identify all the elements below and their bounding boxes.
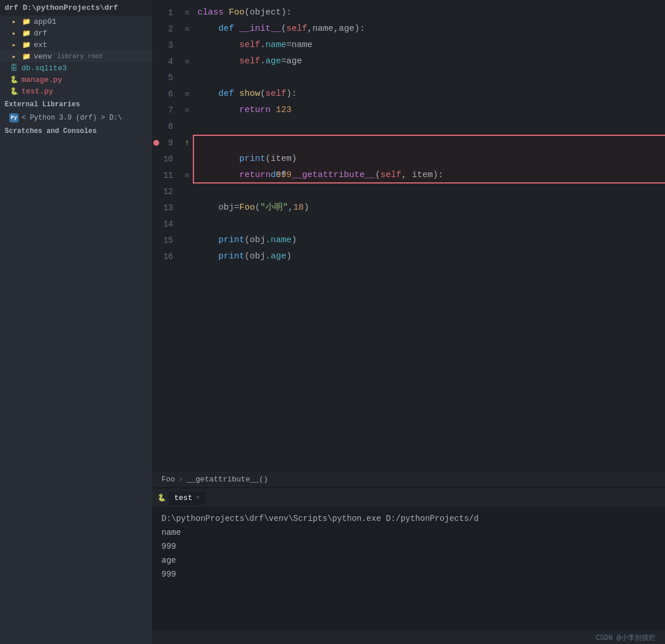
line-9: 9 — [152, 135, 177, 151]
line-10: 10 — [152, 151, 177, 167]
line-1: 1 — [152, 5, 177, 21]
manage-icon: 🐍 — [9, 75, 19, 84]
sidebar-item-db[interactable]: 🗄 db.sqlite3 — [0, 62, 152, 74]
folder-icon-ext-arrow: ▸ — [9, 40, 19, 49]
code-line-5 — [197, 70, 665, 86]
terminal-output-3: 999 — [161, 567, 656, 581]
sidebar-item-test[interactable]: 🐍 test.py — [0, 85, 152, 97]
sidebar-item-venv[interactable]: ▸ 📁 venv library root — [0, 51, 152, 62]
gutter-16 — [181, 249, 193, 265]
code-line-10: print(item) — [197, 151, 665, 167]
code-line-11: return 999 — [197, 167, 665, 184]
line-2: 2 — [152, 21, 177, 37]
sidebar-item-python[interactable]: Py < Python 3.9 (drf) > D:\ — [0, 112, 152, 124]
line-16: 16 — [152, 249, 177, 265]
code-line-15: print(obj.name) — [197, 232, 665, 249]
code-line-13: obj=Foo("小明",18) — [197, 200, 665, 216]
code-container[interactable]: 1 2 3 4 5 6 7 8 9 10 11 12 13 14 15 16 — [152, 0, 665, 471]
sidebar-label-manage: manage.py — [21, 75, 62, 84]
sidebar-label-venv: venv — [34, 52, 52, 61]
gutter-2: ⊟ — [181, 21, 193, 37]
breakpoint-dot — [153, 140, 159, 146]
folder-icon-app01: 📁 — [21, 17, 31, 26]
line-numbers: 1 2 3 4 5 6 7 8 9 10 11 12 13 14 15 16 — [152, 0, 181, 471]
code-line-7: return 123 — [197, 102, 665, 118]
gutter-8 — [181, 118, 193, 135]
code-line-2: def __init__(self,name,age): — [197, 21, 665, 37]
external-libraries-label: External Libraries — [0, 97, 152, 112]
gutter-3 — [181, 37, 193, 53]
line-14: 14 — [152, 216, 177, 232]
folder-icon-ext: 📁 — [21, 40, 31, 49]
sidebar-item-app01[interactable]: ▸ 📁 app01 — [0, 16, 152, 27]
line-5: 5 — [152, 70, 177, 86]
db-icon: 🗄 — [9, 63, 19, 73]
breadcrumb-bar: Foo › __getattribute__() — [152, 471, 665, 487]
terminal-content: D:\pythonProjects\drf\venv\Scripts\pytho… — [152, 507, 665, 631]
terminal-footer: CSDN @小李别摸烂 — [152, 631, 665, 644]
code-lines[interactable]: class Foo(object): def __init__(self,nam… — [193, 0, 665, 471]
folder-icon: ▸ — [9, 17, 19, 26]
csdn-badge: CSDN @小李别摸烂 — [596, 633, 656, 643]
gutter-9: ↑ — [181, 135, 193, 151]
code-line-16: print(obj.age) — [197, 249, 665, 265]
terminal: 🐍 test × D:\pythonProjects\drf\venv\Scri… — [152, 487, 665, 644]
line-11: 11 — [152, 167, 177, 184]
folder-icon-venv: 📁 — [21, 52, 31, 61]
folder-icon-venv-arrow: ▸ — [9, 52, 19, 61]
main-editor: 1 2 3 4 5 6 7 8 9 10 11 12 13 14 15 16 — [152, 0, 665, 644]
editor-area: 1 2 3 4 5 6 7 8 9 10 11 12 13 14 15 16 — [152, 0, 665, 487]
line-15: 15 — [152, 232, 177, 249]
terminal-tab-test[interactable]: test × — [168, 491, 206, 505]
folder-icon-drf-arrow: ▸ — [9, 28, 19, 38]
sidebar-label-python: < Python 3.9 (drf) > D:\ — [21, 114, 122, 122]
sidebar-item-manage[interactable]: 🐍 manage.py — [0, 74, 152, 85]
gutter-7: ⊟ — [181, 102, 193, 118]
line-7: 7 — [152, 102, 177, 118]
test-icon: 🐍 — [9, 87, 19, 96]
line-4: 4 — [152, 53, 177, 70]
gutter-15 — [181, 232, 193, 249]
sidebar: drf D:\pythonProjects\drf ▸ 📁 app01 ▸ 📁 … — [0, 0, 152, 644]
gutter-13 — [181, 200, 193, 216]
sidebar-item-ext[interactable]: ▸ 📁 ext — [0, 39, 152, 51]
gutter: ⊟ ⊟ ⊟ ⊟ ⊟ ↑ ⊟ — [181, 0, 193, 471]
sidebar-label-db: db.sqlite3 — [21, 64, 67, 73]
gutter-4: ⊟ — [181, 53, 193, 70]
sidebar-header: drf D:\pythonProjects\drf — [0, 0, 152, 16]
terminal-tabs: 🐍 test × — [152, 488, 665, 507]
code-line-6: def show(self): — [197, 86, 665, 102]
code-line-8 — [197, 118, 665, 135]
code-line-14 — [197, 216, 665, 232]
code-line-9: def __getattribute__(self, item): — [197, 135, 665, 151]
breadcrumb-sep: › — [178, 475, 183, 484]
terminal-tab-close[interactable]: × — [196, 494, 200, 501]
venv-badge: library root — [57, 53, 103, 60]
sidebar-item-drf[interactable]: ▸ 📁 drf — [0, 27, 152, 39]
line-12: 12 — [152, 184, 177, 200]
terminal-output-0: name — [161, 526, 656, 539]
scratches-label: Scratches and Consoles — [0, 124, 152, 139]
terminal-line-path: D:\pythonProjects\drf\venv\Scripts\pytho… — [161, 512, 656, 526]
sidebar-label-app01: app01 — [34, 17, 56, 26]
code-line-1: class Foo(object): — [197, 5, 665, 21]
folder-icon-drf: 📁 — [21, 28, 31, 38]
code-line-4: self.age=age — [197, 53, 665, 70]
gutter-5 — [181, 70, 193, 86]
sidebar-label-drf: drf — [34, 29, 47, 38]
code-line-3: self.name=name — [197, 37, 665, 53]
terminal-output-1: 999 — [161, 539, 656, 553]
line-6: 6 — [152, 86, 177, 102]
gutter-6: ⊟ — [181, 86, 193, 102]
python-version-icon: Py — [9, 113, 19, 123]
line-8: 8 — [152, 118, 177, 135]
terminal-python-icon: 🐍 — [157, 493, 166, 502]
line-13: 13 — [152, 200, 177, 216]
gutter-11: ⊟ — [181, 167, 193, 184]
sidebar-label-ext: ext — [34, 41, 47, 49]
gutter-10 — [181, 151, 193, 167]
code-line-12 — [197, 184, 665, 200]
line-3: 3 — [152, 37, 177, 53]
terminal-output-2: age — [161, 553, 656, 567]
sidebar-label-test: test.py — [21, 87, 53, 96]
